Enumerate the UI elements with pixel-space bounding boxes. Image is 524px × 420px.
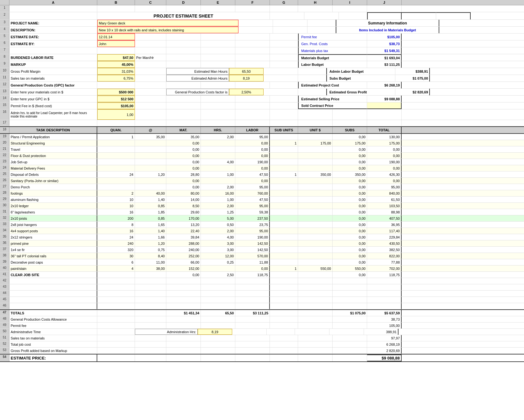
cell-d53 bbox=[166, 348, 201, 354]
markup-value[interactable]: 45,00% bbox=[97, 61, 135, 68]
row-25: 25 Disposal of Debris 24 1,20 28,80 1,00… bbox=[0, 171, 524, 178]
cell-e15 bbox=[201, 102, 235, 109]
task-subunits-36 bbox=[270, 240, 298, 246]
task-quan-37: 320 bbox=[97, 247, 135, 253]
task-at-31: 1,85 bbox=[135, 209, 166, 215]
gpc-cost-value[interactable]: $12 500 bbox=[97, 96, 135, 102]
admin-budget-value-summary: $388,91 bbox=[395, 68, 430, 75]
row-9: 9 MARKUP 45,00% Labor Budget $3 111,25 bbox=[0, 61, 524, 68]
task-units-37 bbox=[298, 247, 333, 253]
total-job-cost-label: Total job cost bbox=[9, 341, 97, 347]
sales-tax-label: Sales tax on materials bbox=[9, 75, 97, 81]
rownum-30: 30 bbox=[0, 203, 9, 209]
cell-b48 bbox=[97, 316, 135, 322]
task-quan-40: 4 bbox=[97, 265, 135, 271]
subs-budget-label-summary: Subs Budget bbox=[326, 75, 395, 81]
cell-d46 bbox=[166, 303, 201, 309]
task-total-32: 407,50 bbox=[367, 215, 402, 221]
sales-tax-value[interactable]: 6,75% bbox=[97, 75, 135, 81]
admin-time-label: Administrative Time bbox=[9, 329, 97, 335]
rownum-1: 1 bbox=[0, 5, 9, 12]
th-total: TOTAL bbox=[367, 127, 402, 133]
admin-hrs-value[interactable]: 1,00 bbox=[97, 109, 135, 120]
task-subunits-30 bbox=[270, 203, 298, 209]
cell-c5 bbox=[135, 34, 166, 40]
cell-g52 bbox=[270, 341, 298, 347]
permit-fee-value[interactable]: $105,00 bbox=[97, 102, 135, 109]
rownum-2: 2 bbox=[0, 12, 9, 19]
task-mat-29: 14,00 bbox=[166, 197, 201, 202]
cell-a42 bbox=[9, 278, 97, 284]
task-units-32 bbox=[298, 215, 333, 221]
task-subunits-19 bbox=[270, 134, 298, 140]
row-53: 53 Gross Profit added based on Markup 2 … bbox=[0, 348, 524, 354]
summary-header-cell: Summary Information bbox=[336, 20, 439, 26]
cell-g1 bbox=[270, 5, 298, 12]
items-included-label: Items Included in Materials Budget bbox=[336, 27, 439, 33]
rownum-36: 36 bbox=[0, 240, 9, 246]
task-subs-40: 550,00 bbox=[333, 265, 367, 271]
rownum-14: 14 bbox=[0, 96, 9, 102]
task-quan-39: 6 bbox=[97, 259, 135, 265]
row-8: 8 BURDENED LABOR RATE $47,50 Per Man/Hr … bbox=[0, 54, 524, 61]
task-quan-21 bbox=[97, 146, 135, 152]
task-mat-40: 152,00 bbox=[166, 265, 201, 271]
labor-rate-label: BURDENED LABOR RATE bbox=[9, 54, 97, 61]
mat-cost-value[interactable]: $500 000 bbox=[97, 89, 135, 95]
rownum-17: 17 bbox=[0, 120, 9, 126]
row-22: 22 Floor & Dust protection 0,00 0,00 0,0… bbox=[0, 153, 524, 159]
task-mat-24: 0,00 bbox=[166, 165, 201, 171]
task-mat-41: 0,00 bbox=[166, 272, 201, 278]
admin-time-total: 388,91 bbox=[364, 329, 398, 335]
task-total-41: 118,75 bbox=[367, 272, 402, 278]
task-labor-33: 23,75 bbox=[235, 222, 270, 228]
row-12: 12 General Production Costs (GPC) factor… bbox=[0, 82, 524, 89]
task-desc-20: Structural Engineering bbox=[9, 140, 97, 146]
gpc-value-summary: $38,73 bbox=[367, 40, 402, 47]
cell-a7 bbox=[9, 47, 97, 54]
rownum-12: 12 bbox=[0, 82, 9, 88]
task-mat-36: 288,00 bbox=[166, 240, 201, 246]
task-quan-35: 24 bbox=[97, 234, 135, 240]
task-units-35 bbox=[298, 234, 333, 240]
cell-d9 bbox=[166, 61, 201, 68]
rownum-10: 10 bbox=[0, 68, 9, 75]
task-subs-37: 0,00 bbox=[333, 247, 367, 253]
task-mat-19: 35,00 bbox=[166, 134, 201, 140]
desc-value[interactable]: New 10 x 10 deck with rails and stairs, … bbox=[97, 27, 238, 33]
estimate-date-value[interactable]: 12.01.14 bbox=[97, 34, 135, 40]
rownum-32: 32 bbox=[0, 215, 9, 221]
task-hrs-40 bbox=[201, 265, 235, 271]
row-5: 5 ESTIMATE DATE: 12.01.14 Permit fee $10… bbox=[0, 34, 524, 40]
cell-d16 bbox=[166, 109, 201, 120]
labor-rate-value[interactable]: $47,50 bbox=[97, 54, 135, 61]
cell-f14 bbox=[235, 96, 270, 102]
cell-c48 bbox=[135, 316, 166, 322]
rownum-25: 25 bbox=[0, 171, 9, 177]
cell-h50 bbox=[295, 329, 329, 335]
cell-h17 bbox=[298, 120, 333, 126]
row-42: 42 bbox=[0, 278, 524, 284]
cell-b12 bbox=[97, 82, 135, 88]
sold-contract-value-summary[interactable] bbox=[367, 102, 402, 109]
cell-i45 bbox=[333, 297, 367, 303]
col-header-f: F bbox=[235, 0, 270, 5]
gpc-allowance-total: 38,73 bbox=[367, 316, 402, 322]
task-subunits-21 bbox=[270, 146, 298, 152]
cell-f11 bbox=[264, 75, 298, 81]
cell-f13 bbox=[264, 89, 298, 95]
task-total-28: 840,00 bbox=[367, 190, 402, 196]
cell-e42 bbox=[201, 278, 235, 284]
est-project-cost-value-summary: $6 268,19 bbox=[367, 82, 402, 88]
permit-fee-value-summary: $105,00 bbox=[367, 34, 402, 40]
cell-c14 bbox=[135, 96, 166, 102]
estimate-by-value[interactable]: John bbox=[97, 40, 135, 47]
task-total-23: 190,00 bbox=[367, 159, 402, 165]
cell-h54 bbox=[298, 354, 333, 361]
row-39: 39 Decorative post caps 6 11,00 66,00 0,… bbox=[0, 259, 524, 265]
est-man-hours-value[interactable]: 65,50 bbox=[229, 68, 264, 75]
task-at-29: 1,40 bbox=[135, 197, 166, 202]
task-subunits-23 bbox=[270, 159, 298, 165]
cell-d54 bbox=[166, 354, 201, 361]
project-name-value[interactable]: Mary Green deck bbox=[97, 20, 238, 26]
